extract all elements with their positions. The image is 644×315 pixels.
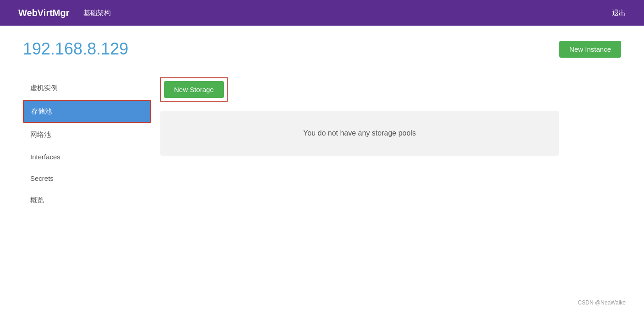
footer-text: CSDN @NeaWalke <box>578 299 626 306</box>
new-storage-button[interactable]: New Storage <box>164 81 224 98</box>
page-footer: CSDN @NeaWalke <box>578 299 626 306</box>
navbar-left: WebVirtMgr 基础架构 <box>18 8 111 18</box>
divider <box>23 68 621 68</box>
new-instance-button[interactable]: New Instance <box>559 41 621 58</box>
navbar-logout[interactable]: 退出 <box>612 9 626 17</box>
navbar: WebVirtMgr 基础架构 退出 <box>0 0 644 26</box>
sidebar-item-interfaces[interactable]: Interfaces <box>23 147 151 167</box>
empty-panel: You do not have any storage pools <box>160 111 559 156</box>
content-area: New Storage You do not have any storage … <box>151 77 621 212</box>
sidebar-item-overview[interactable]: 概览 <box>23 190 151 211</box>
navbar-nav-link[interactable]: 基础架构 <box>83 9 111 17</box>
sidebar-item-storage[interactable]: 存储池 <box>23 100 151 123</box>
navbar-brand: WebVirtMgr <box>18 8 70 18</box>
sidebar-item-vms[interactable]: 虚机实例 <box>23 77 151 99</box>
page-title: 192.168.8.129 <box>23 39 128 59</box>
new-storage-section: New Storage <box>160 77 621 102</box>
page-header: 192.168.8.129 New Instance <box>23 39 621 59</box>
page-content: 192.168.8.129 New Instance 虚机实例 存储池 网络池 … <box>0 26 644 226</box>
sidebar: 虚机实例 存储池 网络池 Interfaces Secrets 概览 <box>23 77 151 212</box>
new-storage-wrapper: New Storage <box>160 77 228 102</box>
sidebar-item-network[interactable]: 网络池 <box>23 124 151 146</box>
empty-message: You do not have any storage pools <box>303 129 416 137</box>
main-layout: 虚机实例 存储池 网络池 Interfaces Secrets 概览 <box>23 77 621 212</box>
sidebar-item-secrets[interactable]: Secrets <box>23 168 151 189</box>
